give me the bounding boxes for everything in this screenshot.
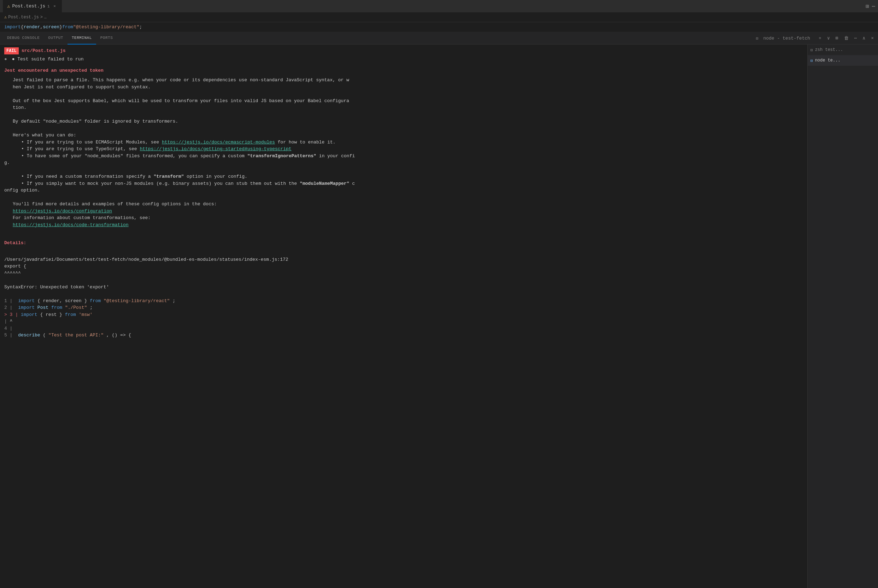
carets-line: ^^^^^^ <box>4 270 803 277</box>
code-snippet: 1 | import { render, screen } from "@tes… <box>4 297 803 339</box>
bullet2-line: • If you are trying to use TypeScript, s… <box>4 146 803 153</box>
bullet3a: To have some of your "node_modules" file… <box>27 153 248 159</box>
add-terminal-icon[interactable]: + <box>817 35 823 42</box>
tab-output[interactable]: OUTPUT <box>44 32 68 45</box>
title-bar: ⚠ Post.test.js 1 × ⊞ ⋯ <box>0 0 878 12</box>
terminal-prompt-icon-node: ⊡ <box>810 58 813 63</box>
editor-tab[interactable]: ⚠ Post.test.js 1 × <box>3 0 62 12</box>
code-caret-line: | ^ <box>4 318 803 325</box>
bullet3-line: • To have some of your "node_modules" fi… <box>4 153 803 160</box>
bullet1-link[interactable]: https://jestjs.io/docs/ecmascript-module… <box>162 140 275 145</box>
terminal-name: node - test-fetch <box>762 35 812 42</box>
brace-open: { <box>21 24 24 30</box>
details-title: Details: <box>4 240 803 247</box>
brace-close: } <box>59 24 62 30</box>
panel-tabs: DEBUG CONSOLE OUTPUT TERMINAL PORTS ⊡ no… <box>0 32 878 45</box>
bullet5-dot: • <box>21 181 27 186</box>
semi2: ; <box>90 305 93 310</box>
screen-identifier: screen <box>43 24 59 30</box>
split-editor-icon[interactable]: ⊞ <box>866 3 869 10</box>
babel-line1: Out of the box Jest supports Babel, whic… <box>13 98 803 105</box>
semicolon: ; <box>139 24 142 30</box>
code-line-1: 1 | import { render, screen } from "@tes… <box>4 297 803 304</box>
syntax-error-line: SyntaxError: Unexpected token 'export' <box>4 284 803 291</box>
code-line-2: 2 | import Post from "./Post" ; <box>4 304 803 311</box>
bullet4a: If you need a custom transformation spec… <box>27 174 154 179</box>
brace3: { rest } <box>40 312 62 317</box>
main-content: FAIL src/Post.test.js ● ● Test suite fai… <box>0 45 878 588</box>
str3: 'msw' <box>79 312 93 317</box>
line-num-2: 2 | <box>4 305 12 310</box>
config-link[interactable]: https://jestjs.io/docs/configuration <box>13 208 112 214</box>
comma1: , <box>40 24 43 30</box>
bullet3b: "transformIgnorePatterns" <box>248 153 316 159</box>
terminal-prompt-icon: ⊡ <box>755 35 760 41</box>
str1: "@testing-library/react" <box>104 298 170 303</box>
terminal-label: ⊡ node - test-fetch <box>752 35 814 42</box>
tab-filename: Post.test.js <box>12 3 45 9</box>
breadcrumb-file[interactable]: Post.test.js <box>8 15 39 20</box>
bullet1-suffix: for how to enable it. <box>278 140 336 145</box>
breadcrumb-ellipsis[interactable]: … <box>44 15 47 20</box>
code-line-4: 4 | <box>4 325 803 332</box>
tab-number: 1 <box>47 4 50 9</box>
code-line-3: > 3 | import { rest } from 'msw' <box>4 311 803 318</box>
error-body-line2: hen Jest is not configured to support su… <box>13 84 803 91</box>
transform-intro: For information about custom transformat… <box>4 214 803 222</box>
suite-failed-line: ● ● Test suite failed to run <box>4 56 803 63</box>
bullet3d: g. <box>4 159 803 166</box>
trash-icon[interactable]: 🗑 <box>843 35 850 42</box>
code-preview-line: import { render , screen } from "@testin… <box>0 22 878 32</box>
import-kw-1: import <box>18 298 35 303</box>
panel-tab-actions: ⊡ node - test-fetch + ∨ ⊞ 🗑 ⋯ ∧ × <box>752 34 875 42</box>
tab-ports[interactable]: PORTS <box>96 32 117 45</box>
bullet2-link[interactable]: https://jestjs.io/docs/getting-started#u… <box>140 146 291 152</box>
transform-link[interactable]: https://jestjs.io/docs/code-transformati… <box>13 222 129 228</box>
close-panel-icon[interactable]: × <box>869 35 875 42</box>
maximize-panel-icon[interactable]: ∧ <box>861 34 867 42</box>
render-identifier: render <box>24 24 40 30</box>
more-panel-icon[interactable]: ⋯ <box>853 34 858 42</box>
tab-debug-console[interactable]: DEBUG CONSOLE <box>3 32 44 45</box>
error-body: Jest failed to parse a file. This happen… <box>4 76 803 90</box>
sidebar-item-zsh-label: zsh test... <box>815 47 843 52</box>
more-actions-icon[interactable]: ⋯ <box>872 3 875 10</box>
bullet4c: option in your config. <box>187 174 248 179</box>
bullet4b: "transform" <box>153 174 184 179</box>
code-line-5: 5 | describe ( "Test the post API:" , ()… <box>4 332 803 339</box>
caret-pad: | <box>4 319 10 324</box>
bullet5-line: • If you simply want to mock your non-JS… <box>4 180 803 187</box>
sidebar-item-zsh[interactable]: ⊡ zsh test... <box>807 45 878 55</box>
split-terminal-icon[interactable]: ⊞ <box>834 34 840 42</box>
sidebar-item-node[interactable]: ⊡ node te... <box>807 55 878 66</box>
babel-info: Out of the box Jest supports Babel, whic… <box>4 98 803 111</box>
what-todo: Here's what you can do: <box>4 132 803 139</box>
bullet2-text: If you are trying to use TypeScript, see <box>27 146 140 152</box>
error-body-line1: Jest failed to parse a file. This happen… <box>13 76 803 84</box>
line-num-1: 1 | <box>4 298 12 303</box>
bullet1-dot: • <box>21 140 27 145</box>
title-actions: ⊞ ⋯ <box>866 3 875 10</box>
tab-terminal[interactable]: TERMINAL <box>68 32 96 45</box>
breadcrumb: ⚠ Post.test.js > … <box>0 12 878 22</box>
terminal-output[interactable]: FAIL src/Post.test.js ● ● Test suite fai… <box>0 45 807 588</box>
bullet5a: If you simply want to mock your non-JS m… <box>27 181 300 186</box>
caret-symbol: ^ <box>10 319 13 324</box>
brace1: { render, screen } <box>38 298 87 303</box>
node-modules-line: By default "node_modules" folder is igno… <box>4 118 803 125</box>
export-line: export { <box>4 263 803 270</box>
line-arrow: > 3 | <box>4 312 18 317</box>
docs-intro: You'll find more details and examples of… <box>4 201 803 208</box>
bullet3c: in your confi <box>319 153 355 159</box>
tab-close-button[interactable]: × <box>52 3 58 9</box>
from-kw-3: from <box>65 312 79 317</box>
suite-failed-text: ● Test suite failed to run <box>12 57 84 62</box>
import-keyword: import <box>4 24 21 30</box>
chevron-down-icon[interactable]: ∨ <box>826 34 831 42</box>
bullet5b: "moduleNameMapper" <box>300 181 349 186</box>
semi1: ; <box>173 298 175 303</box>
warning-icon: ⚠ <box>7 3 10 9</box>
bullet-circle: ● <box>4 57 7 62</box>
describe-kw: describe <box>18 333 40 338</box>
line-num-5: 5 | <box>4 333 12 338</box>
